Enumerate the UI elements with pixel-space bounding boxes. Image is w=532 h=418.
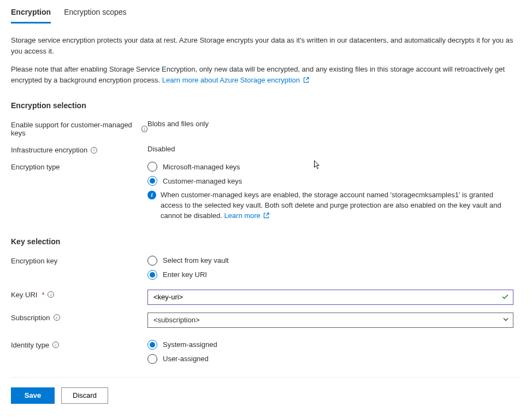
cmk-callout-text: When customer-managed keys are enabled, … (161, 191, 501, 220)
info-icon[interactable] (141, 126, 147, 132)
required-asterisk: * (42, 291, 44, 299)
radio-customer-managed-label: Customer-managed keys (163, 177, 242, 185)
divider (11, 377, 521, 378)
save-button[interactable]: Save (11, 387, 55, 404)
tab-encryption-scopes[interactable]: Encryption scopes (64, 8, 126, 23)
tab-encryption[interactable]: Encryption (11, 8, 51, 23)
label-identity-type: Identity type (11, 340, 147, 349)
value-infra-encryption: Disabled (147, 145, 513, 153)
radio-customer-managed[interactable]: Customer-managed keys (147, 176, 513, 186)
radio-system-assigned[interactable]: System-assigned (147, 340, 513, 350)
radio-enter-key-uri-label: Enter key URI (163, 270, 207, 279)
label-subscription: Subscription (11, 313, 147, 322)
radio-circle-icon (147, 176, 157, 186)
label-key-uri-text: Key URI (11, 291, 37, 299)
info-icon[interactable] (48, 291, 54, 298)
subscription-select-value: <subscription> (153, 316, 200, 324)
radio-circle-icon (147, 256, 157, 266)
radio-enter-key-uri[interactable]: Enter key URI (147, 270, 513, 280)
discard-button[interactable]: Discard (61, 387, 108, 404)
info-icon[interactable] (52, 342, 59, 348)
info-icon[interactable] (91, 147, 97, 154)
intro-p2: Please note that after enabling Storage … (11, 64, 521, 86)
cmk-learn-more-link[interactable]: Learn more (224, 211, 269, 220)
cmk-learn-more-label: Learn more (224, 211, 260, 220)
radio-circle-icon (147, 270, 157, 280)
label-identity-type-text: Identity type (11, 341, 49, 349)
radio-circle-icon (147, 340, 157, 350)
label-encryption-type-text: Encryption type (11, 163, 60, 171)
radio-select-from-vault-label: Select from key vault (163, 256, 229, 264)
radio-microsoft-managed[interactable]: Microsoft-managed keys (147, 162, 513, 172)
learn-more-encryption-link[interactable]: Learn more about Azure Storage encryptio… (162, 76, 309, 84)
external-link-icon (303, 75, 309, 86)
radio-group-encryption-type: Microsoft-managed keys Customer-managed … (147, 162, 513, 186)
intro-p1: Storage service encryption protects your… (11, 35, 521, 56)
label-subscription-text: Subscription (11, 314, 50, 322)
tab-bar: Encryption Encryption scopes (11, 0, 521, 24)
radio-microsoft-managed-label: Microsoft-managed keys (163, 163, 240, 171)
checkmark-icon (501, 292, 509, 302)
radio-user-assigned-label: User-assigned (163, 355, 209, 363)
radio-circle-icon (147, 162, 157, 172)
value-support-cmk: Blobs and files only (147, 120, 513, 128)
info-icon[interactable] (54, 314, 60, 321)
label-infra-encryption: Infrastructure encryption (11, 145, 147, 154)
label-key-uri: Key URI * (11, 290, 147, 299)
button-row: Save Discard (11, 387, 521, 404)
radio-group-identity-type: System-assigned User-assigned (147, 340, 513, 364)
radio-system-assigned-label: System-assigned (163, 340, 217, 349)
radio-user-assigned[interactable]: User-assigned (147, 354, 513, 364)
info-bubble-icon (147, 191, 156, 199)
section-key-selection: Key selection (11, 237, 521, 246)
learn-more-encryption-label: Learn more about Azure Storage encryptio… (162, 76, 300, 84)
label-support-cmk: Enable support for customer-managed keys (11, 120, 147, 137)
intro-text: Storage service encryption protects your… (11, 35, 521, 86)
label-encryption-key-text: Encryption key (11, 257, 57, 265)
subscription-select[interactable]: <subscription> (147, 313, 513, 328)
section-encryption-selection: Encryption selection (11, 101, 521, 110)
radio-select-from-vault[interactable]: Select from key vault (147, 256, 513, 266)
external-link-icon (263, 211, 269, 222)
label-encryption-type: Encryption type (11, 162, 147, 171)
label-infra-encryption-text: Infrastructure encryption (11, 146, 87, 154)
key-uri-input[interactable] (147, 290, 513, 305)
radio-group-encryption-key: Select from key vault Enter key URI (147, 256, 513, 280)
radio-circle-icon (147, 354, 157, 364)
label-support-cmk-text: Enable support for customer-managed keys (11, 121, 138, 137)
label-encryption-key: Encryption key (11, 256, 147, 265)
cmk-info-callout: When customer-managed keys are enabled, … (147, 190, 513, 222)
